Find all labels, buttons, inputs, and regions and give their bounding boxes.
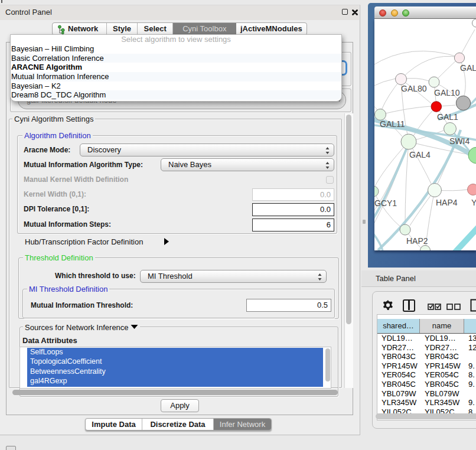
svg-text:HAP4: HAP4: [436, 198, 458, 207]
svg-text:GAL10: GAL10: [434, 88, 460, 97]
svg-text:GAL11: GAL11: [380, 119, 405, 129]
svg-text:SWI4: SWI4: [449, 136, 470, 146]
svg-text:YJ: YJ: [471, 198, 476, 207]
svg-text:GAL1: GAL1: [437, 112, 458, 122]
svg-text:GAL80: GAL80: [401, 84, 427, 93]
svg-text:GAL4: GAL4: [409, 150, 431, 159]
svg-text:GAL2: GAL2: [460, 63, 476, 73]
svg-text:HAP2: HAP2: [406, 236, 428, 246]
svg-text:GCY1: GCY1: [374, 198, 397, 208]
